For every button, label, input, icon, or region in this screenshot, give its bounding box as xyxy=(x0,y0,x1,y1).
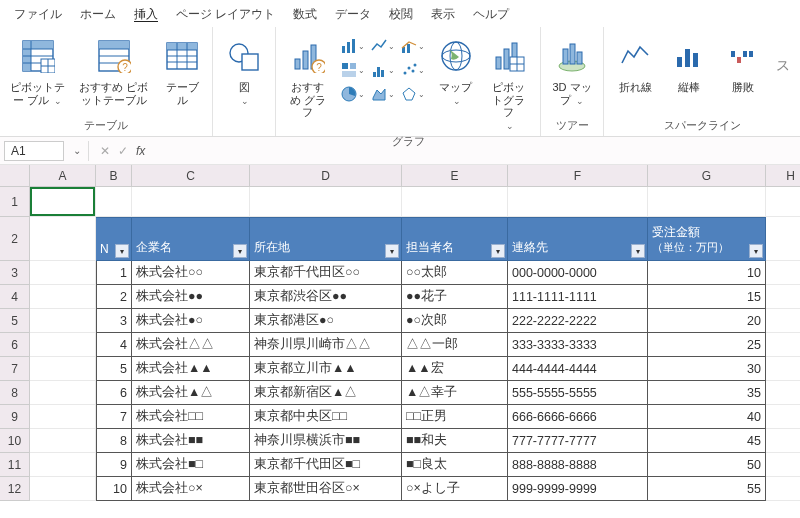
cell[interactable] xyxy=(30,405,96,429)
recommended-pivot-button[interactable]: ? おすすめ ピボットテーブル xyxy=(72,29,156,116)
cell[interactable] xyxy=(132,187,250,217)
cell-contact[interactable]: ○○太郎 xyxy=(402,261,508,285)
menu-数式[interactable]: 数式 xyxy=(285,4,325,25)
col-header-C[interactable]: C xyxy=(132,165,250,187)
enter-formula-button[interactable]: ✓ xyxy=(114,144,132,158)
cell-contact[interactable]: □□正男 xyxy=(402,405,508,429)
cell-location[interactable]: 神奈川県横浜市■■ xyxy=(250,429,402,453)
cell-amount[interactable]: 15 xyxy=(648,285,766,309)
statistic-chart-button[interactable]: ⌄ xyxy=(370,59,396,81)
cell-no[interactable]: 9 xyxy=(96,453,132,477)
cell[interactable] xyxy=(30,285,96,309)
cell[interactable] xyxy=(30,381,96,405)
col-header-A[interactable]: A xyxy=(30,165,96,187)
cell[interactable] xyxy=(30,453,96,477)
cell-amount[interactable]: 30 xyxy=(648,357,766,381)
sparkline-winloss-button[interactable]: 勝敗 xyxy=(716,29,770,116)
filter-button[interactable]: ▾ xyxy=(631,244,645,258)
cell-location[interactable]: 東京都中央区□□ xyxy=(250,405,402,429)
cell-company[interactable]: 株式会社□□ xyxy=(132,405,250,429)
filter-button[interactable]: ▾ xyxy=(749,244,763,258)
cell-location[interactable]: 東京都立川市▲▲ xyxy=(250,357,402,381)
formula-input[interactable] xyxy=(149,141,800,161)
cell[interactable] xyxy=(766,357,800,381)
cell-phone[interactable]: 000-0000-0000 xyxy=(508,261,648,285)
cell-location[interactable]: 東京都千代田区■□ xyxy=(250,453,402,477)
cell-location[interactable]: 東京都渋谷区●● xyxy=(250,285,402,309)
menu-ホーム[interactable]: ホーム xyxy=(72,4,124,25)
row-header-6[interactable]: 6 xyxy=(0,333,30,357)
filter-button[interactable]: ▾ xyxy=(491,244,505,258)
row-header-8[interactable]: 8 xyxy=(0,381,30,405)
cell[interactable] xyxy=(766,261,800,285)
row-header-7[interactable]: 7 xyxy=(0,357,30,381)
cell[interactable] xyxy=(766,333,800,357)
cell-amount[interactable]: 40 xyxy=(648,405,766,429)
sparkline-line-button[interactable]: 折れ線 xyxy=(608,29,662,116)
cell[interactable] xyxy=(30,429,96,453)
cell-contact[interactable]: ▲△幸子 xyxy=(402,381,508,405)
cell[interactable] xyxy=(30,357,96,381)
pivot-table-button[interactable]: ピボットテー ブル ⌄ xyxy=(4,29,72,116)
row-header-5[interactable]: 5 xyxy=(0,309,30,333)
cell-phone[interactable]: 111-1111-1111 xyxy=(508,285,648,309)
menu-表示[interactable]: 表示 xyxy=(423,4,463,25)
insert-function-button[interactable]: fx xyxy=(132,144,149,158)
filter-button[interactable]: ▾ xyxy=(233,244,247,258)
cell-contact[interactable]: △△一郎 xyxy=(402,333,508,357)
worksheet[interactable]: ABCDEFGH 123456789101112 N▾企業名▾所在地▾担当者名▾… xyxy=(0,165,800,517)
cell-grid[interactable]: N▾企業名▾所在地▾担当者名▾連絡先▾受注金額（単位：万円）▾1株式会社○○東京… xyxy=(30,187,800,501)
menu-ページ レイアウト[interactable]: ページ レイアウト xyxy=(168,4,283,25)
radar-chart-button[interactable]: ⌄ xyxy=(400,83,426,105)
cell[interactable] xyxy=(766,405,800,429)
row-header-3[interactable]: 3 xyxy=(0,261,30,285)
cell-phone[interactable]: 555-5555-5555 xyxy=(508,381,648,405)
cell[interactable] xyxy=(766,381,800,405)
recommended-charts-button[interactable]: ? おすすめ グラフ xyxy=(280,29,336,132)
col-header-B[interactable]: B xyxy=(96,165,132,187)
cell-company[interactable]: 株式会社●● xyxy=(132,285,250,309)
cancel-formula-button[interactable]: ✕ xyxy=(96,144,114,158)
filter-button[interactable]: ▾ xyxy=(115,244,129,258)
cell-contact[interactable]: ■□良太 xyxy=(402,453,508,477)
cell[interactable] xyxy=(96,187,132,217)
cell-contact[interactable]: ■■和夫 xyxy=(402,429,508,453)
cell[interactable] xyxy=(30,217,96,261)
cell-amount[interactable]: 55 xyxy=(648,477,766,501)
cell-amount[interactable]: 50 xyxy=(648,453,766,477)
cell-amount[interactable]: 25 xyxy=(648,333,766,357)
table-header-contact_name[interactable]: 担当者名▾ xyxy=(402,217,508,261)
column-chart-button[interactable]: ⌄ xyxy=(340,35,366,57)
cell[interactable] xyxy=(766,217,800,261)
maps-button[interactable]: マップ⌄ xyxy=(430,29,482,132)
cell-location[interactable]: 東京都千代田区○○ xyxy=(250,261,402,285)
col-header-F[interactable]: F xyxy=(508,165,648,187)
cell[interactable] xyxy=(648,187,766,217)
col-header-E[interactable]: E xyxy=(402,165,508,187)
cell-location[interactable]: 東京都新宿区▲△ xyxy=(250,381,402,405)
cell-no[interactable]: 10 xyxy=(96,477,132,501)
menu-挿入[interactable]: 挿入 xyxy=(126,4,166,25)
col-header-H[interactable]: H xyxy=(766,165,800,187)
cell[interactable] xyxy=(30,309,96,333)
cell[interactable] xyxy=(766,453,800,477)
cell-no[interactable]: 4 xyxy=(96,333,132,357)
cell-contact[interactable]: ●●花子 xyxy=(402,285,508,309)
row-header-4[interactable]: 4 xyxy=(0,285,30,309)
cell-no[interactable]: 8 xyxy=(96,429,132,453)
menu-ヘルプ[interactable]: ヘルプ xyxy=(465,4,517,25)
row-header-9[interactable]: 9 xyxy=(0,405,30,429)
cell[interactable] xyxy=(508,187,648,217)
cell-amount[interactable]: 10 xyxy=(648,261,766,285)
cell-location[interactable]: 東京都港区●○ xyxy=(250,309,402,333)
name-box-dropdown[interactable]: ⌄ xyxy=(68,145,86,156)
combo-chart-button[interactable]: ⌄ xyxy=(400,35,426,57)
cell-phone[interactable]: 222-2222-2222 xyxy=(508,309,648,333)
cell-company[interactable]: 株式会社△△ xyxy=(132,333,250,357)
cell-contact[interactable]: ▲▲宏 xyxy=(402,357,508,381)
menu-ファイル[interactable]: ファイル xyxy=(6,4,70,25)
cell-company[interactable]: 株式会社○○ xyxy=(132,261,250,285)
cell[interactable] xyxy=(766,477,800,501)
cell[interactable] xyxy=(250,187,402,217)
menu-校閲[interactable]: 校閲 xyxy=(381,4,421,25)
